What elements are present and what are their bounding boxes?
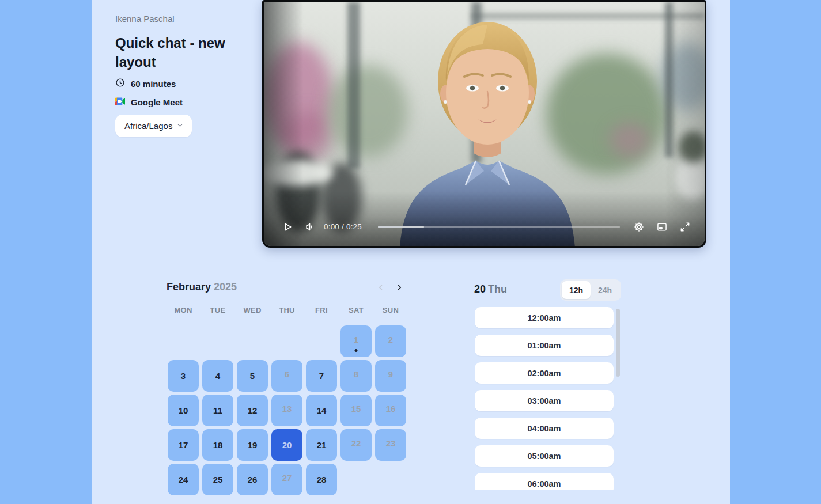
day-cell-19[interactable]: 19 <box>237 429 268 461</box>
weekday-label-mon: MON <box>168 306 199 314</box>
day-cell-3[interactable]: 3 <box>168 360 199 392</box>
event-title: Quick chat - new layout <box>115 33 233 71</box>
day-number: 22 <box>351 438 361 448</box>
time-slot-03:00am[interactable]: 03:00am <box>475 390 614 411</box>
day-number: 18 <box>213 440 223 450</box>
time-format-toggle: 12h 24h <box>560 279 621 301</box>
time-slot-06:00am[interactable]: 06:00am <box>475 473 614 490</box>
video-time-display: 0:00 / 0:25 <box>324 222 362 231</box>
booking-page: Ikenna Paschal Quick chat - new layout 6… <box>92 0 730 504</box>
day-cell-11[interactable]: 11 <box>202 395 233 426</box>
video-progress-buffered <box>378 226 424 228</box>
empty-day-cell <box>168 325 199 357</box>
day-cell-17[interactable]: 17 <box>168 429 199 461</box>
time-slot-02:00am[interactable]: 02:00am <box>475 362 614 384</box>
day-number: 24 <box>179 475 188 484</box>
weekday-label-thu: THU <box>271 306 302 314</box>
weekday-label-wed: WED <box>237 306 268 314</box>
picture-in-picture-button[interactable] <box>655 220 669 234</box>
weekday-label-tue: TUE <box>202 306 233 314</box>
settings-button[interactable] <box>632 220 646 234</box>
day-number: 2 <box>388 335 393 344</box>
day-cell-7[interactable]: 7 <box>306 360 337 392</box>
event-location-row: Google Meet <box>115 96 183 108</box>
today-dot <box>355 349 358 352</box>
time-format-12h[interactable]: 12h <box>562 281 591 299</box>
day-cell-24[interactable]: 24 <box>168 464 199 495</box>
day-cell-12[interactable]: 12 <box>237 395 268 426</box>
chevron-down-icon <box>176 121 184 131</box>
day-cell-22: 22 <box>340 429 372 461</box>
day-cell-27: 27 <box>271 464 302 495</box>
timezone-value: Africa/Lagos <box>124 121 172 131</box>
weekday-row: MONTUEWEDTHUFRISATSUN <box>168 306 406 314</box>
google-meet-icon <box>115 97 125 107</box>
volume-button[interactable] <box>303 220 317 234</box>
day-number: 28 <box>317 475 327 484</box>
weekday-label-sat: SAT <box>340 306 372 314</box>
empty-day-cell <box>237 325 268 357</box>
day-cell-16: 16 <box>375 395 406 426</box>
selected-day-name: Thu <box>488 283 507 295</box>
day-number: 12 <box>248 406 258 415</box>
play-button[interactable] <box>281 220 294 234</box>
empty-day-cell <box>306 325 337 357</box>
day-cell-5[interactable]: 5 <box>237 360 268 392</box>
organizer-name: Ikenna Paschal <box>115 14 175 24</box>
time-slot-05:00am[interactable]: 05:00am <box>475 445 614 467</box>
day-cell-25[interactable]: 25 <box>202 464 233 495</box>
fullscreen-button[interactable] <box>678 220 692 234</box>
day-number: 14 <box>317 406 327 415</box>
day-cell-28[interactable]: 28 <box>306 464 337 495</box>
weekday-label-fri: FRI <box>306 306 337 314</box>
day-cell-10[interactable]: 10 <box>168 395 199 426</box>
timezone-selector[interactable]: Africa/Lagos <box>115 115 192 137</box>
day-number: 16 <box>386 404 396 414</box>
empty-day-cell <box>271 325 302 357</box>
day-number: 6 <box>285 369 289 379</box>
time-slot-scrollbar[interactable] <box>616 309 620 377</box>
day-number: 15 <box>351 404 361 414</box>
video-player[interactable]: 0:00 / 0:25 <box>262 0 706 248</box>
day-cell-21[interactable]: 21 <box>306 429 337 461</box>
day-number: 10 <box>179 406 188 415</box>
next-month-button[interactable] <box>391 279 407 295</box>
time-slot-12:00am[interactable]: 12:00am <box>475 307 614 328</box>
day-cell-15: 15 <box>340 395 372 426</box>
day-cell-8: 8 <box>340 360 372 392</box>
day-number: 3 <box>181 371 186 381</box>
day-number: 13 <box>282 404 292 414</box>
day-number: 23 <box>386 438 396 448</box>
day-number: 26 <box>248 475 258 484</box>
time-slot-list: 12:00am01:00am02:00am03:00am04:00am05:00… <box>475 307 614 490</box>
day-number: 5 <box>250 371 255 381</box>
day-cell-1: 1 <box>340 325 372 357</box>
weekday-label-sun: SUN <box>375 306 406 314</box>
day-cell-14[interactable]: 14 <box>306 395 337 426</box>
event-duration: 60 minutes <box>131 79 176 89</box>
day-number: 17 <box>179 440 188 450</box>
day-cell-9: 9 <box>375 360 406 392</box>
day-number: 7 <box>319 371 324 381</box>
video-frame: 0:00 / 0:25 <box>264 2 705 246</box>
day-cell-6: 6 <box>271 360 302 392</box>
day-cell-18[interactable]: 18 <box>202 429 233 461</box>
time-format-24h[interactable]: 24h <box>591 281 619 299</box>
day-number: 21 <box>317 440 327 450</box>
day-number: 27 <box>282 473 292 483</box>
calendar-year: 2025 <box>214 281 237 293</box>
day-cell-4[interactable]: 4 <box>202 360 233 392</box>
day-number: 8 <box>354 369 358 379</box>
day-cell-23: 23 <box>375 429 406 461</box>
previous-month-button[interactable] <box>373 279 389 295</box>
video-progress-bar[interactable] <box>378 226 620 228</box>
day-cell-13: 13 <box>271 395 302 426</box>
day-number: 4 <box>215 371 220 381</box>
empty-day-cell <box>202 325 233 357</box>
time-slot-01:00am[interactable]: 01:00am <box>475 335 614 356</box>
event-duration-row: 60 minutes <box>115 78 176 89</box>
time-slot-04:00am[interactable]: 04:00am <box>475 418 614 439</box>
day-cell-20[interactable]: 20 <box>271 429 302 461</box>
day-cell-26[interactable]: 26 <box>237 464 268 495</box>
selected-date-header: 20Thu <box>474 283 507 295</box>
